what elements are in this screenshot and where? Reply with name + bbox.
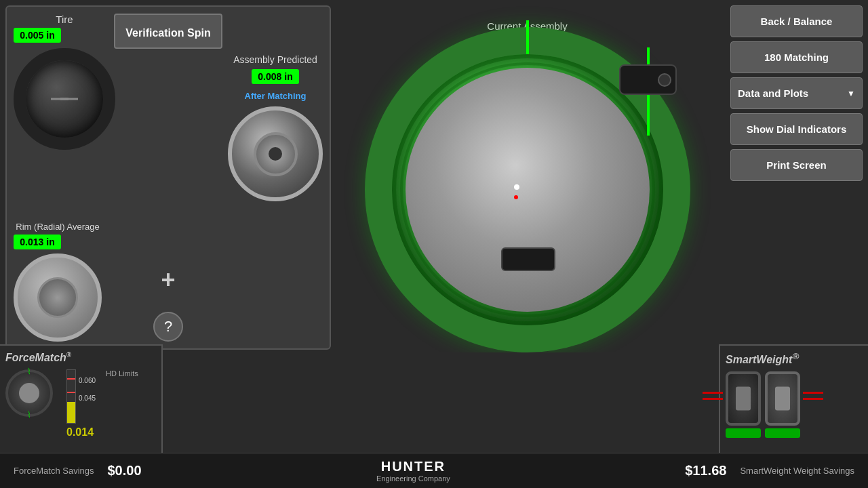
rim-value-badge: 0.013 in — [14, 235, 61, 249]
sw-weight-indicators-2 — [803, 392, 823, 400]
fm-wheel-icon: ⌇ ⌇ — [5, 369, 53, 417]
fm-bar-fill — [67, 402, 75, 423]
big-tire-inner-rim — [446, 108, 609, 271]
rim-after-matching — [228, 106, 323, 201]
forcematch-price: $0.00 — [108, 463, 142, 479]
smartweight-savings-label: SmartWeight Weight Savings — [740, 466, 854, 476]
assembly-value-badge: 0.008 in — [252, 69, 299, 84]
fm-tick-high — [67, 378, 75, 380]
fm-bar — [66, 369, 76, 424]
verification-spin-button[interactable]: Verification Spin — [114, 14, 222, 49]
sw-tires-container — [726, 371, 800, 438]
smartweight-panel: SmartWeight® — [719, 344, 868, 453]
sw-rim-1 — [736, 387, 751, 411]
smartweight-content — [726, 371, 863, 438]
hunter-logo-container: HUNTER Engineering Company — [376, 459, 450, 483]
hunter-logo-name: HUNTER — [376, 459, 450, 474]
forcematch-savings-info: ForceMatch Savings $0.00 — [14, 463, 142, 479]
tire-label: Tire — [14, 14, 115, 25]
sw-weight-line-1a — [703, 392, 723, 394]
fm-wheel-container: ⌇ ⌇ — [5, 369, 53, 417]
red-indicator-dot — [514, 195, 518, 199]
forcematch-panel: ForceMatch® ⌇ ⌇ 0.060 0.045 — [0, 344, 163, 453]
after-matching-label: After Matching — [228, 91, 323, 101]
white-indicator-dot — [514, 184, 519, 190]
rim-hub-after-matching — [269, 147, 282, 161]
rim-label: Rim (Radial) Average — [14, 222, 102, 232]
assembly-label: Assembly Predicted — [228, 54, 323, 65]
fm-labels: HD Limits — [106, 369, 138, 398]
sw-green-bar-1 — [726, 428, 761, 438]
sw-tire-1 — [726, 371, 761, 426]
fm-gauge-container: 0.060 0.045 0.014 — [66, 369, 94, 439]
sw-tire-1-container — [726, 371, 761, 438]
tire-value-badge: 0.005 in — [14, 28, 61, 43]
sw-rim-2 — [775, 387, 790, 411]
fm-tick-mid — [67, 392, 75, 393]
sensor-body-top — [619, 64, 677, 95]
fm-tick-label-high: 0.060 — [79, 377, 96, 384]
rim-section: Rim (Radial) Average 0.013 in — [14, 222, 102, 342]
sw-weight-indicators-1 — [703, 392, 723, 400]
matching-180-button[interactable]: 180 Matching — [730, 41, 863, 73]
rim-inner-after-matching — [254, 132, 298, 176]
green-line-top-indicator — [526, 20, 529, 54]
plus-symbol: + — [161, 266, 175, 294]
sensor-device-top — [619, 64, 677, 95]
fm-squiggle-top: ⌇ — [27, 367, 31, 376]
smartweight-title: SmartWeight® — [726, 351, 863, 366]
print-screen-button[interactable]: Print Screen — [730, 149, 863, 181]
tire-circle-graphic — [14, 48, 115, 150]
sensor-lens-top — [658, 73, 671, 87]
sw-tire-2 — [765, 371, 800, 426]
help-button[interactable]: ? — [153, 312, 183, 342]
rim-inner-graphic — [37, 277, 78, 318]
fm-tick-label-mid: 0.045 — [79, 394, 96, 402]
fm-wheel-inner — [19, 383, 39, 403]
fm-hd-limits-label: HD Limits — [106, 369, 138, 378]
sw-weight-line-2b — [803, 398, 823, 400]
fm-squiggle-bottom: ⌇ — [27, 410, 31, 420]
hunter-logo-company: Engineering Company — [376, 474, 450, 483]
data-plots-button[interactable]: Data and Plots ▼ — [730, 77, 863, 109]
forcematch-savings-label: ForceMatch Savings — [14, 466, 94, 476]
top-left-panel: Tire 0.005 in Verification Spin Assembly… — [5, 5, 331, 350]
sw-weight-line-1b — [703, 398, 723, 400]
fm-value-display: 0.014 — [66, 426, 94, 439]
data-plots-chevron-icon: ▼ — [847, 89, 855, 98]
sensor-device-bottom — [501, 247, 555, 271]
rim-circle-graphic — [14, 253, 102, 342]
assembly-section: Assembly Predicted 0.008 in After Matchi… — [228, 54, 323, 207]
central-area: Current Assembly 0.014 in — [332, 0, 722, 352]
big-tire-container — [365, 27, 690, 352]
back-balance-button[interactable]: Back / Balance — [730, 5, 863, 37]
bottom-bar: ForceMatch Savings $0.00 HUNTER Engineer… — [0, 453, 868, 488]
rim-face — [406, 68, 650, 312]
sw-weight-line-2a — [803, 392, 823, 394]
right-sidebar: Back / Balance 180 Matching Data and Plo… — [730, 5, 863, 181]
smartweight-price: $11.68 — [685, 463, 726, 479]
sw-green-bar-2 — [765, 428, 800, 438]
smartweight-savings-info: $11.68 SmartWeight Weight Savings — [685, 463, 854, 479]
sw-tire-2-container — [765, 371, 800, 438]
forcematch-title: ForceMatch® — [5, 351, 156, 364]
show-dial-indicators-button[interactable]: Show Dial Indicators — [730, 113, 863, 145]
tire-section: Tire 0.005 in — [14, 14, 115, 150]
forcematch-content: ⌇ ⌇ 0.060 0.045 0.014 HD Limits — [5, 369, 156, 439]
sensor-body-bottom — [501, 247, 555, 271]
